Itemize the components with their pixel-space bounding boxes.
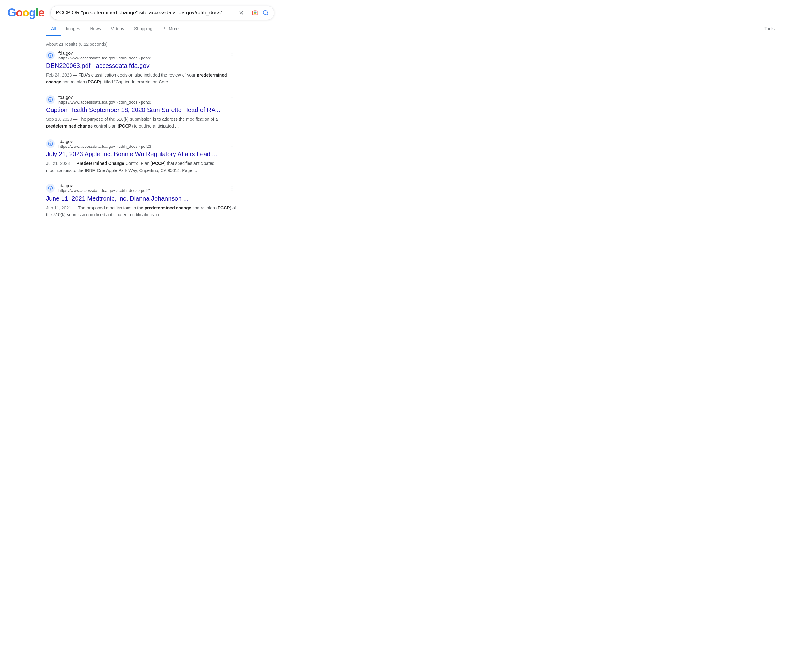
site-url-4: https://www.accessdata.fda.gov › cdrh_do… — [58, 188, 151, 193]
logo-letter-o1: o — [16, 6, 22, 19]
more-options-btn-2[interactable]: ⋮ — [228, 95, 236, 104]
tab-videos[interactable]: Videos — [106, 22, 130, 36]
more-dots-icon: ⋮ — [163, 26, 167, 31]
site-name-4: fda.gov — [58, 183, 151, 188]
results-container: fda.gov https://www.accessdata.fda.gov ›… — [0, 51, 236, 218]
result-snippet-2: Sep 18, 2020 — The purpose of the 510(k)… — [46, 116, 236, 130]
site-url-3: https://www.accessdata.fda.gov › cdrh_do… — [58, 144, 151, 149]
tab-all[interactable]: All — [46, 22, 61, 36]
logo-letter-o2: o — [22, 6, 29, 19]
tab-shopping[interactable]: Shopping — [129, 22, 157, 36]
logo-letter-g2: g — [29, 6, 35, 19]
more-options-btn-3[interactable]: ⋮ — [228, 139, 236, 149]
result-title-4[interactable]: June 11, 2021 Medtronic, Inc. Dianna Joh… — [46, 194, 236, 202]
result-title-1[interactable]: DEN220063.pdf - accessdata.fda.gov — [46, 62, 236, 70]
table-row: fda.gov https://www.accessdata.fda.gov ›… — [46, 51, 236, 85]
search-submit-icon[interactable] — [262, 9, 269, 16]
site-url-1: https://www.accessdata.fda.gov › cdrh_do… — [58, 56, 151, 60]
nav-tabs: All Images News Videos Shopping ⋮ More T… — [0, 22, 787, 36]
header: Google PCCP OR "predetermined change" si… — [0, 0, 787, 20]
search-divider — [248, 9, 248, 16]
tab-more[interactable]: ⋮ More — [157, 22, 183, 36]
result-snippet-4: Jun 11, 2021 — The proposed modification… — [46, 204, 236, 218]
result-title-3[interactable]: July 21, 2023 Apple Inc. Bonnie Wu Regul… — [46, 150, 236, 158]
logo-letter-e: e — [38, 6, 44, 19]
site-favicon-4 — [46, 184, 55, 193]
more-options-btn-1[interactable]: ⋮ — [228, 51, 236, 60]
result-source-1: fda.gov https://www.accessdata.fda.gov ›… — [46, 51, 236, 60]
site-favicon-1 — [46, 51, 55, 60]
result-title-2[interactable]: Caption Health September 18, 2020 Sam Su… — [46, 106, 236, 114]
table-row: fda.gov https://www.accessdata.fda.gov ›… — [46, 139, 236, 174]
google-logo[interactable]: Google — [8, 6, 44, 19]
result-source-3: fda.gov https://www.accessdata.fda.gov ›… — [46, 139, 236, 149]
tab-news[interactable]: News — [85, 22, 106, 36]
source-info-1: fda.gov https://www.accessdata.fda.gov ›… — [58, 51, 151, 60]
more-options-btn-4[interactable]: ⋮ — [228, 183, 236, 193]
result-snippet-3: Jul 21, 2023 — Predetermined Change Cont… — [46, 160, 236, 174]
camera-search-icon[interactable] — [252, 9, 259, 16]
tab-images[interactable]: Images — [61, 22, 85, 36]
site-favicon-2 — [46, 95, 55, 104]
source-info-3: fda.gov https://www.accessdata.fda.gov ›… — [58, 139, 151, 149]
table-row: fda.gov https://www.accessdata.fda.gov ›… — [46, 183, 236, 218]
results-info: About 21 results (0.12 seconds) — [0, 36, 787, 51]
search-bar: PCCP OR "predetermined change" site:acce… — [51, 6, 274, 20]
source-info-4: fda.gov https://www.accessdata.fda.gov ›… — [58, 183, 151, 193]
search-input[interactable]: PCCP OR "predetermined change" site:acce… — [56, 9, 235, 16]
site-name-3: fda.gov — [58, 139, 151, 144]
table-row: fda.gov https://www.accessdata.fda.gov ›… — [46, 95, 236, 130]
tab-tools[interactable]: Tools — [759, 22, 779, 36]
site-name-1: fda.gov — [58, 51, 151, 56]
logo-letter-l: l — [35, 6, 38, 19]
result-source-2: fda.gov https://www.accessdata.fda.gov ›… — [46, 95, 236, 104]
search-icon-group: ✕ — [239, 9, 269, 16]
clear-icon[interactable]: ✕ — [239, 9, 244, 16]
result-source-4: fda.gov https://www.accessdata.fda.gov ›… — [46, 183, 236, 193]
site-name-2: fda.gov — [58, 95, 151, 100]
result-snippet-1: Feb 24, 2023 — FDA's classification deci… — [46, 71, 236, 85]
site-favicon-3 — [46, 139, 55, 148]
site-url-2: https://www.accessdata.fda.gov › cdrh_do… — [58, 100, 151, 104]
logo-letter-g: G — [8, 6, 16, 19]
source-info-2: fda.gov https://www.accessdata.fda.gov ›… — [58, 95, 151, 104]
results-count-text: About 21 results (0.12 seconds) — [46, 42, 107, 47]
